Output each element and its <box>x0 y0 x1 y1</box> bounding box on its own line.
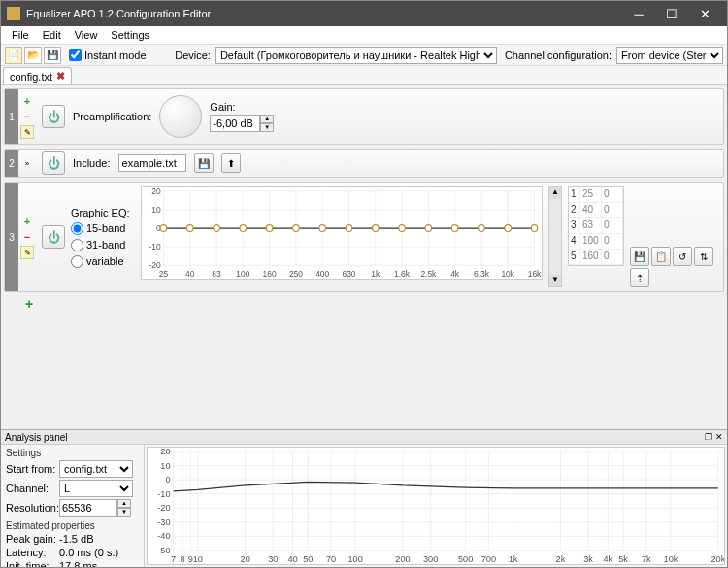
svg-text:16k: 16k <box>528 269 542 279</box>
svg-point-49 <box>373 225 380 232</box>
eq-chart[interactable]: 20100-10-202540631001602504006301k1.6k2.… <box>141 186 543 280</box>
copy-eq-button[interactable]: 📋 <box>651 247 671 266</box>
menu-edit[interactable]: Edit <box>36 27 68 43</box>
svg-text:10: 10 <box>193 554 203 564</box>
close-button[interactable]: ✕ <box>688 1 721 26</box>
remove-icon[interactable]: − <box>20 230 34 244</box>
power-button[interactable]: ⏻ <box>42 105 65 128</box>
add-block-button[interactable]: + <box>25 296 724 312</box>
svg-text:8: 8 <box>180 554 184 564</box>
svg-text:20: 20 <box>241 554 250 564</box>
startfrom-select[interactable]: config.txt <box>59 460 133 478</box>
menubar: File Edit View Settings <box>1 26 727 45</box>
invert-eq-button[interactable]: ⇅ <box>694 247 713 266</box>
instant-mode-check[interactable]: Instant mode <box>69 49 147 61</box>
svg-text:7k: 7k <box>642 554 651 564</box>
instant-mode-label: Instant mode <box>84 50 147 61</box>
tab-close-icon[interactable]: ✖ <box>56 70 65 83</box>
new-file-button[interactable]: 📄 <box>5 47 22 64</box>
block-eq: 3 + − ✎ ⏻ Graphic EQ: 15-band 31-band va… <box>4 182 724 292</box>
chevron-icon[interactable]: » <box>20 156 34 170</box>
gain-label: Gain: <box>210 101 276 113</box>
power-button[interactable]: ⏻ <box>42 151 65 175</box>
spin-down[interactable]: ▼ <box>260 123 274 132</box>
svg-text:300: 300 <box>423 554 438 564</box>
band-15-radio[interactable]: 15-band <box>71 222 135 235</box>
maximize-button[interactable]: ☐ <box>655 1 688 26</box>
latency-value: 0.0 ms (0 s.) <box>59 547 118 558</box>
svg-point-42 <box>186 225 193 232</box>
save-file-button[interactable]: 💾 <box>44 47 61 64</box>
open-file-button[interactable]: 📂 <box>24 47 42 64</box>
eq-table[interactable]: 1250240036304100051600 <box>568 186 624 266</box>
block-num: 1 <box>5 89 18 144</box>
svg-point-41 <box>160 225 167 232</box>
svg-text:3k: 3k <box>583 554 593 564</box>
spin-up[interactable]: ▲ <box>260 115 274 123</box>
menu-view[interactable]: View <box>68 27 105 43</box>
svg-point-46 <box>293 225 300 232</box>
close-panel-icon[interactable]: ✕ <box>715 432 723 442</box>
instant-mode-checkbox[interactable] <box>69 49 82 61</box>
menu-file[interactable]: File <box>5 27 36 43</box>
undock-icon[interactable]: ❐ <box>705 432 712 442</box>
gain-input[interactable] <box>210 115 260 132</box>
add-icon[interactable]: + <box>20 94 34 108</box>
svg-text:160: 160 <box>263 269 277 279</box>
estprop-header: Estimated properties <box>6 520 139 531</box>
svg-point-52 <box>451 225 458 232</box>
channel-select[interactable]: L <box>59 480 133 497</box>
svg-text:-30: -30 <box>157 518 170 527</box>
eq-table-row[interactable]: 41000 <box>569 234 623 250</box>
power-button[interactable]: ⏻ <box>42 225 65 249</box>
gain-knob[interactable] <box>159 95 202 138</box>
svg-text:-50: -50 <box>157 546 170 555</box>
analysis-header: Analysis panel ❐ ✕ <box>1 429 727 445</box>
svg-text:10k: 10k <box>664 554 678 564</box>
svg-text:20: 20 <box>151 187 161 196</box>
settings-header: Settings <box>6 448 139 458</box>
svg-text:2.5k: 2.5k <box>420 269 437 279</box>
normalize-eq-button[interactable]: ⇡ <box>630 268 649 287</box>
eq-table-row[interactable]: 51600 <box>569 250 623 265</box>
svg-point-51 <box>425 225 432 232</box>
svg-text:6.3k: 6.3k <box>474 269 490 279</box>
save-eq-button[interactable]: 💾 <box>630 247 649 266</box>
include-file-input[interactable] <box>118 154 186 172</box>
eq-table-row[interactable]: 1250 <box>569 187 623 203</box>
open-include-button[interactable]: ⬆ <box>221 153 241 173</box>
band-31-radio[interactable]: 31-band <box>71 239 135 251</box>
toolbar: 📄 📂 💾 Instant mode Device: Default (Гром… <box>1 45 727 66</box>
save-include-button[interactable]: 💾 <box>194 153 214 173</box>
analysis-chart[interactable]: 20100-10-20-30-40-5078910203040507010020… <box>147 447 725 565</box>
svg-text:100: 100 <box>236 269 249 279</box>
remove-icon[interactable]: − <box>20 110 34 123</box>
eq-table-row[interactable]: 3630 <box>569 218 623 234</box>
svg-text:20: 20 <box>160 448 170 456</box>
block-preamp: 1 + − ✎ ⏻ Preamplification: Gain: ▲▼ <box>4 88 724 145</box>
eq-table-row[interactable]: 2400 <box>569 203 623 218</box>
resolution-spinner[interactable]: ▲▼ <box>59 499 133 517</box>
svg-text:-10: -10 <box>149 242 160 251</box>
band-var-radio[interactable]: variable <box>71 255 135 268</box>
svg-text:1.6k: 1.6k <box>394 269 411 279</box>
minimize-button[interactable]: ─ <box>622 1 655 26</box>
device-select[interactable]: Default (Громкоговоритель и наушники - R… <box>215 47 497 64</box>
add-icon[interactable]: + <box>20 215 34 228</box>
gain-spinner[interactable]: ▲▼ <box>210 115 276 132</box>
edit-icon[interactable]: ✎ <box>20 246 34 259</box>
peakgain-value: -1.5 dB <box>59 533 93 545</box>
edit-icon[interactable]: ✎ <box>20 125 34 139</box>
eq-scrollbar-v[interactable]: ▲▼ <box>548 186 562 287</box>
svg-text:-20: -20 <box>157 503 170 513</box>
svg-text:10: 10 <box>151 205 161 215</box>
chanconf-select[interactable]: From device (Stereo) <box>616 47 723 64</box>
svg-text:20k: 20k <box>711 554 724 564</box>
menu-settings[interactable]: Settings <box>104 27 156 43</box>
svg-text:30: 30 <box>268 554 278 564</box>
channel-label: Channel: <box>6 483 56 494</box>
tabbar: config.txt ✖ <box>1 66 727 85</box>
block-num: 2 <box>5 150 18 177</box>
tab-config[interactable]: config.txt ✖ <box>3 67 72 84</box>
reset-eq-button[interactable]: ↺ <box>673 247 692 266</box>
